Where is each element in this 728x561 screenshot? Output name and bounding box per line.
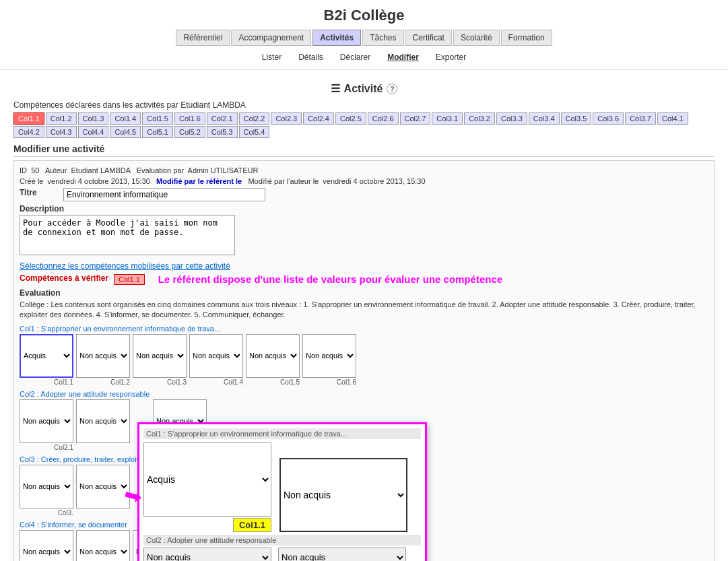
col-tag-col24[interactable]: Col2.4 [303,112,334,125]
meta-info: ID 50 Auteur Etudiant LAMBDA Evaluation … [20,166,708,174]
col13-wrapper: Non acquisInsuffisantAcquisExcellent Col… [133,334,187,386]
col-tag-col27[interactable]: Col2.7 [400,112,431,125]
eval-section-label: Evaluation [20,288,708,298]
description-textarea[interactable]: Pour accéder à Moodle j'ai saisi mon nom… [20,215,235,255]
col42-wrapper: Non acquisInsuffisantAcquisExcellent Col… [76,530,130,561]
col21-label: Col2.1 [54,444,73,451]
col-tag-col54[interactable]: Col5.4 [239,126,270,138]
col-tag-col53[interactable]: Col5.3 [207,126,238,138]
col12-label: Col1.2 [110,378,130,386]
tab-formation[interactable]: Formation [501,30,552,46]
modif-ref-label: Modifié par le référent le [156,177,242,185]
titre-label: Titre [20,188,60,197]
col31-select[interactable]: Non acquisInsuffisantAcquisExcellent [20,465,73,508]
tab-taches[interactable]: Tâches [362,30,403,46]
col-tag-col16[interactable]: Col1.6 [174,112,205,125]
col42-select[interactable]: Non acquisInsuffisantAcquisExcellent [76,530,130,561]
titre-input[interactable] [63,188,265,201]
col21-wrapper: Non acquisInsuffisantAcquisExcellent Col… [20,399,73,451]
col31-wrapper: Non acquisInsuffisantAcquisExcellent Col… [20,465,73,517]
overlay-bottom-right-select[interactable]: Non acquis [278,548,406,561]
titre-row: Titre [20,188,708,201]
col-tag-col32[interactable]: Col3.2 [464,112,495,125]
tab-activites[interactable]: Activités [312,30,361,46]
col-tag-col21[interactable]: Col2.1 [207,112,238,125]
col-tag-col51[interactable]: Col5.1 [142,126,173,138]
tab-certificat[interactable]: Certificat [405,30,452,46]
select-competences-link[interactable]: Sélectionnez les compétences mobilisées … [20,261,230,271]
col-tag-col45[interactable]: Col4.5 [110,126,141,138]
overlay-bottom-left-select[interactable]: Non acquis [143,548,271,561]
col11-select[interactable]: Non acquis Insuffisant Acquis Excellent [20,334,73,378]
col-tag-col42[interactable]: Col4.2 [13,126,44,138]
col41-select[interactable]: Non acquisInsuffisantAcquisExcellent [20,530,73,561]
col-tag-col33[interactable]: Col3.3 [496,112,527,125]
cree-label: Créé le [20,177,43,185]
competences-row: Compétences à vérifier Col1.1 Le référen… [20,273,708,285]
col12-select[interactable]: Non acquisInsuffisantAcquisExcellent [76,334,130,378]
col14-label: Col1.4 [224,378,243,386]
col15-wrapper: Non acquisInsuffisantAcquisExcellent Col… [246,334,300,386]
college-text: Collège : Les contenus sont organisés en… [20,300,708,321]
overlay-left-select[interactable]: Non acquis Insuffisant Acquis Excellent [143,442,271,517]
description-label: Description [20,204,705,213]
col11-label: Col1.1 [54,378,73,386]
competences-label: Compétences à vérifier [20,273,108,283]
col-tag-col44[interactable]: Col4.4 [78,126,109,138]
col-tag-col22[interactable]: Col2.2 [239,112,270,125]
tab-accompagnement[interactable]: Accompagnement [231,30,311,46]
col11-wrapper: Non acquis Insuffisant Acquis Excellent … [20,334,73,386]
col13-select[interactable]: Non acquisInsuffisantAcquisExcellent [133,334,187,378]
col-tag-col11[interactable]: Col1.1 [13,112,44,125]
eval-label: Evaluation par [137,166,184,174]
overlay-bottom-row: Non acquis Non acquis [143,548,421,561]
main-content: ☰ Activité ? Compétences déclarées dans … [0,70,728,561]
subnav-declarer[interactable]: Déclarer [337,51,374,63]
col-tag-col43[interactable]: Col4.3 [46,126,77,138]
overlay-right-select[interactable]: Non acquis Insuffisant Acquis Excellent [279,458,407,532]
select-competences-row: Sélectionnez les compétences mobilisées … [20,261,708,271]
subnav-lister[interactable]: Lister [259,51,285,63]
col-tag-col41[interactable]: Col4.1 [657,112,688,125]
col-tag-col37[interactable]: Col3.7 [625,112,656,125]
col-tag-col25[interactable]: Col2.5 [335,112,366,125]
col-tag-col15[interactable]: Col1.5 [142,112,173,125]
col-tag-col31[interactable]: Col3.1 [432,112,463,125]
col41-wrapper: Non acquisInsuffisantAcquisExcellent Col… [20,530,73,561]
col16-select[interactable]: Non acquisInsuffisantAcquisExcellent [302,334,356,378]
col-tag-col12[interactable]: Col1.2 [46,112,77,125]
col13-label: Col1.3 [167,378,187,386]
col-tag-col34[interactable]: Col3.4 [529,112,560,125]
col-tag-col23[interactable]: Col2.3 [271,112,302,125]
col-tag-col52[interactable]: Col5.2 [174,126,205,138]
modif-auteur-value: vendredi 4 octobre 2013, 15:30 [323,177,425,185]
tab-referentiel[interactable]: Référentiel [176,30,230,46]
subnav-exporter[interactable]: Exporter [432,51,469,63]
competences-header: Compétences déclarées dans les activités… [13,100,715,110]
overlay-left: Non acquis Insuffisant Acquis Excellent … [143,442,271,532]
tab-scolarite[interactable]: Scolarité [453,30,500,46]
meta-created: Créé le vendredi 4 octobre 2013, 15:30 M… [20,177,708,185]
col15-select[interactable]: Non acquisInsuffisantAcquisExcellent [246,334,300,378]
col21-select[interactable]: Non acquisInsuffisantAcquisExcellent [20,399,73,443]
description-row: Description Pour accéder à Moodle j'ai s… [20,204,708,257]
col22-select[interactable]: Non acquisInsuffisantAcquisExcellent [76,399,130,443]
col22-wrapper: Non acquisInsuffisantAcquisExcellent [76,399,130,444]
col-tag-col35[interactable]: Col3.5 [561,112,592,125]
col14-select[interactable]: Non acquisInsuffisantAcquisExcellent [189,334,243,378]
competences-inner: Compétences à vérifier Col1.1 [20,273,145,285]
subnav-modifier[interactable]: Modifier [384,51,422,63]
col-tag-col26[interactable]: Col2.6 [368,112,399,125]
col2-group-header: Col2 : Adopter une attitude responsable [20,390,708,398]
col-tag-col13[interactable]: Col1.3 [78,112,109,125]
subnav-details[interactable]: Détails [295,51,327,63]
col31-label: Col3. [58,509,73,517]
auteur-label: Auteur [45,166,67,174]
page-title: Activité [344,83,383,95]
comp-selects-area: Col1 : S'approprier un environnement inf… [20,325,708,561]
info-icon[interactable]: ? [387,84,397,94]
sub-nav: Lister Détails Déclarer Modifier Exporte… [0,48,728,66]
header: B2i Collège Référentiel Accompagnement A… [0,0,728,70]
col-tag-col36[interactable]: Col3.6 [593,112,624,125]
col-tag-col14[interactable]: Col1.4 [110,112,141,125]
